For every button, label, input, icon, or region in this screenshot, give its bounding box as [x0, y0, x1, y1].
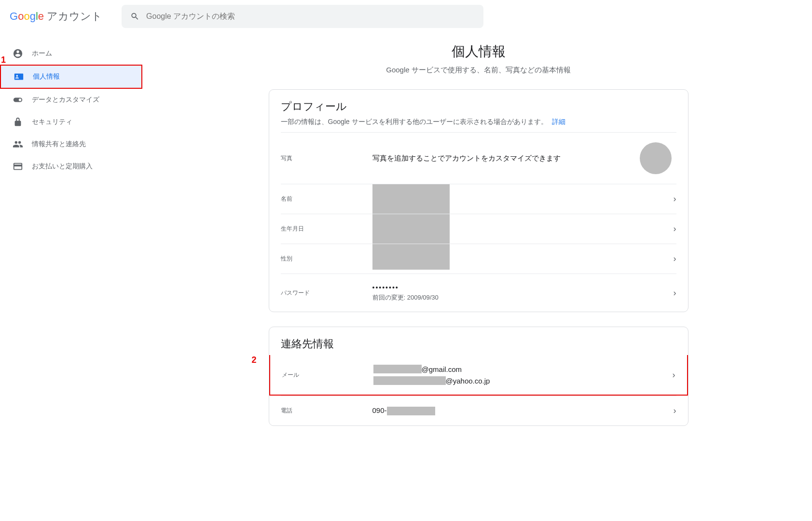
redacted — [387, 407, 435, 415]
search-input[interactable] — [146, 12, 475, 21]
lock-icon — [13, 117, 23, 127]
chevron-right-icon: › — [673, 370, 675, 380]
profile-card: プロフィール 一部の情報は、Google サービスを利用する他のユーザーに表示さ… — [269, 89, 688, 312]
sidebar-item-label: ホーム — [32, 49, 52, 58]
row-label: パスワード — [281, 289, 372, 297]
profile-detail-link[interactable]: 詳細 — [552, 118, 565, 125]
profile-row-birthday[interactable]: 生年月日 › — [281, 214, 676, 244]
row-value: 090- — [372, 406, 674, 415]
row-value: 写真を追加することでアカウントをカスタマイズできます — [372, 154, 640, 163]
row-value: •••••••• 前回の変更: 2009/09/30 — [372, 284, 674, 302]
annotation-1: 1 — [1, 55, 6, 65]
chevron-right-icon: › — [674, 194, 676, 204]
redacted — [373, 365, 422, 373]
row-label: 名前 — [281, 195, 372, 203]
chevron-right-icon: › — [674, 406, 676, 416]
row-label: 写真 — [281, 154, 372, 163]
row-value: @gmail.com @yahoo.co.jp — [373, 365, 673, 385]
top-bar: Google アカウント — [0, 0, 812, 33]
google-logo: Google — [10, 10, 44, 23]
page-subtitle: Google サービスで使用する、名前、写真などの基本情報 — [164, 66, 793, 75]
row-label: 性別 — [281, 255, 372, 263]
sidebar-item-personal[interactable]: 個人情報 — [0, 65, 142, 89]
chevron-right-icon: › — [674, 224, 676, 234]
search-container[interactable] — [122, 5, 483, 28]
avatar — [640, 142, 672, 174]
row-label: メール — [282, 371, 373, 379]
chevron-right-icon: › — [674, 288, 676, 298]
row-label: 生年月日 — [281, 225, 372, 233]
account-label: アカウント — [47, 9, 102, 24]
sidebar-item-label: お支払いと定期購入 — [32, 162, 93, 171]
profile-row-password[interactable]: パスワード •••••••• 前回の変更: 2009/09/30 › — [281, 274, 676, 312]
sidebar-item-label: 個人情報 — [33, 72, 60, 81]
annotation-2: 2 — [252, 355, 257, 365]
profile-row-gender[interactable]: 性別 › — [281, 244, 676, 274]
profile-card-desc: 一部の情報は、Google サービスを利用する他のユーザーに表示される場合があり… — [281, 118, 676, 126]
sidebar-item-label: セキュリティ — [32, 118, 72, 126]
sidebar-item-data[interactable]: データとカスタマイズ — [0, 89, 140, 111]
contact-row-email[interactable]: メール @gmail.com @yahoo.co.jp › — [269, 355, 688, 396]
people-icon — [13, 139, 23, 150]
user-circle-icon — [13, 48, 23, 59]
logo-area[interactable]: Google アカウント — [10, 9, 102, 24]
contact-row-phone[interactable]: 電話 090- › — [281, 396, 676, 425]
sidebar-item-payments[interactable]: お支払いと定期購入 — [0, 155, 140, 178]
row-label: 電話 — [281, 407, 372, 415]
search-icon — [130, 12, 139, 21]
sidebar-item-label: データとカスタマイズ — [32, 96, 99, 104]
chevron-right-icon: › — [674, 254, 676, 264]
sidebar-item-sharing[interactable]: 情報共有と連絡先 — [0, 133, 140, 155]
id-card-icon — [14, 71, 24, 82]
sidebar-item-label: 情報共有と連絡先 — [32, 140, 86, 149]
sidebar-item-home[interactable]: ホーム — [0, 42, 140, 65]
contact-card-title: 連絡先情報 — [281, 337, 676, 351]
sidebar-item-security[interactable]: セキュリティ — [0, 111, 140, 133]
profile-row-photo[interactable]: 写真 写真を追加することでアカウントをカスタマイズできます — [281, 132, 676, 184]
profile-card-title: プロフィール — [281, 99, 676, 114]
page-title: 個人情報 — [164, 42, 793, 61]
main-content: 個人情報 Google サービスで使用する、名前、写真などの基本情報 プロフィー… — [145, 33, 812, 469]
profile-row-name[interactable]: 名前 › — [281, 184, 676, 214]
card-icon — [13, 161, 23, 172]
contact-card: 2 連絡先情報 メール @gmail.com @yahoo.co.jp › 電話… — [269, 327, 688, 426]
redacted — [373, 376, 446, 385]
toggle-icon — [13, 95, 23, 105]
sidebar: 1 ホーム 個人情報 データとカスタマイズ セキュリティ 情報共有と連絡先 お支… — [0, 33, 145, 469]
